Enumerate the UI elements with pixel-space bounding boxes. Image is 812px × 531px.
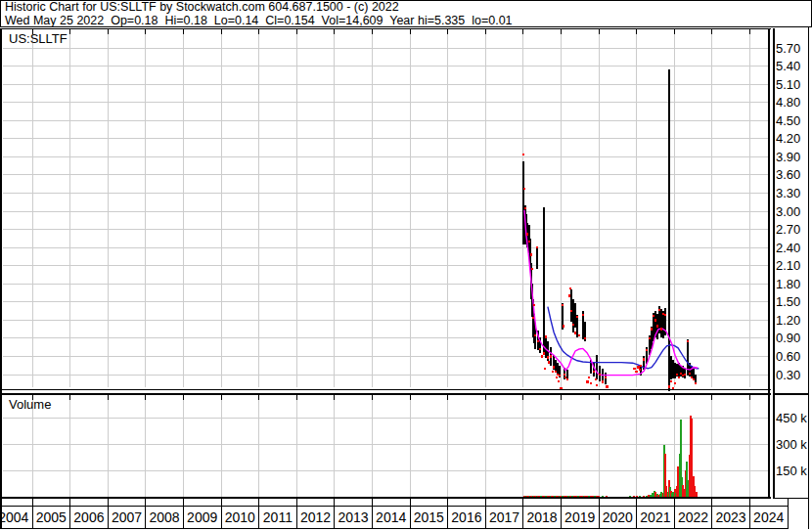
year-axis-label: 2013 [335, 508, 373, 527]
year-axis-label: 2012 [296, 508, 335, 527]
year-axis-label: 2009 [183, 508, 221, 527]
year-axis-label: 2018 [523, 508, 562, 527]
year-axis-label: 2021 [637, 508, 675, 527]
year-axis-label: 2022 [674, 508, 712, 527]
year-axis-label: 2010 [221, 508, 259, 527]
symbol-label: US:SLLTF [9, 31, 68, 46]
year-axis-label: 2004 [0, 508, 32, 527]
year-axis-label: 2005 [32, 508, 70, 527]
chart-header: Historic Chart for US:SLLTF by Stockwatc… [0, 0, 812, 27]
volume-pane-label: Volume [9, 397, 51, 412]
year-axis-label: 2020 [599, 508, 637, 527]
year-axis-label: 2016 [448, 508, 486, 527]
year-axis-label: 2015 [410, 508, 448, 527]
stock-chart-screen: Historic Chart for US:SLLTF by Stockwatc… [0, 0, 812, 531]
year-axis-label: 2011 [259, 508, 297, 527]
year-axis-label: 2024 [749, 508, 788, 527]
header-title: Historic Chart for US:SLLTF by Stockwatc… [5, 1, 811, 15]
year-axis-label: 2023 [712, 508, 750, 527]
header-quote-line: Wed May 25 2022 Op=0.18 Hi=0.18 Lo=0.14 … [5, 15, 811, 28]
year-axis-label: 2019 [561, 508, 599, 527]
year-axis-label: 2014 [372, 508, 410, 527]
year-axis-label: 2006 [70, 508, 109, 527]
year-axis-label: 2008 [146, 508, 184, 527]
year-axis-label: 2007 [108, 508, 146, 527]
year-axis: 2004200520062007200820092010201120122013… [0, 0, 789, 531]
year-axis-label: 2017 [485, 508, 523, 527]
